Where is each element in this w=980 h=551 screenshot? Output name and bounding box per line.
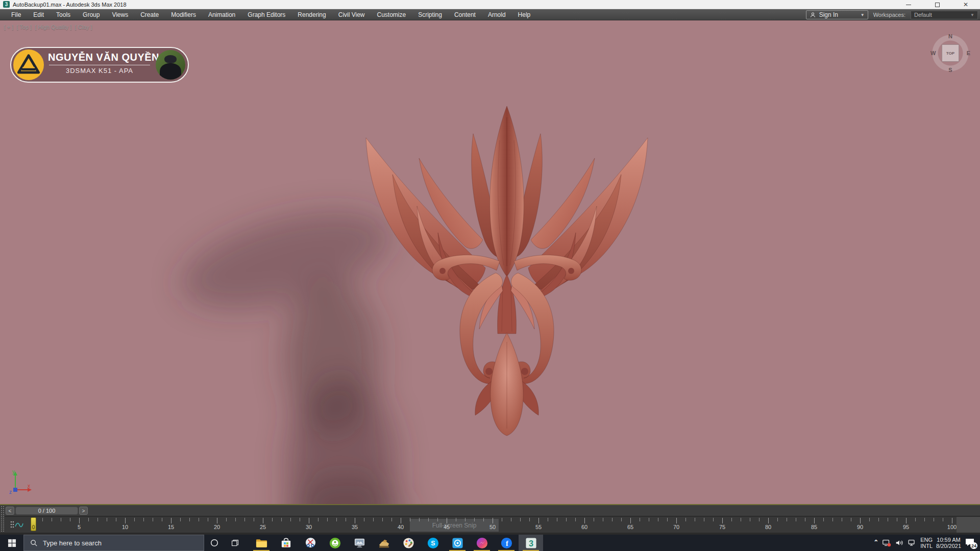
- timeline-grip-handle[interactable]: [0, 505, 5, 533]
- taskbar-search-input[interactable]: Type here to search: [23, 535, 204, 551]
- ruler-tick: [143, 518, 144, 521]
- action-center-button[interactable]: 24: [965, 538, 976, 548]
- menu-item-group[interactable]: Group: [77, 9, 106, 20]
- ruler-tick: [814, 518, 815, 523]
- ruler-tick: [768, 518, 769, 523]
- menu-item-customize[interactable]: Customize: [371, 9, 412, 20]
- ruler-tick: [226, 518, 227, 521]
- ornament-3d-model[interactable]: [355, 97, 661, 439]
- viewcube-west[interactable]: W: [930, 50, 936, 56]
- taskbar-app-microsoft-store[interactable]: [274, 535, 298, 551]
- taskbar-app-snipping-tool[interactable]: [298, 535, 323, 551]
- menu-item-help[interactable]: Help: [512, 9, 537, 20]
- world-axis-gizmo: y x z: [8, 468, 33, 495]
- badge-text: NGUYỄN VĂN QUYỀN 3DSMAX K51 - APA: [48, 52, 151, 74]
- menu-item-views[interactable]: Views: [106, 9, 134, 20]
- clock-time: 10:59 AM: [936, 537, 961, 543]
- menu-item-civil-view[interactable]: Civil View: [332, 9, 371, 20]
- menu-item-create[interactable]: Create: [134, 9, 165, 20]
- ruler-tick: [897, 518, 897, 521]
- taskbar-app-carving-tool[interactable]: [372, 535, 396, 551]
- taskbar-app-capture-app[interactable]: [445, 535, 470, 551]
- task-view-button[interactable]: [225, 535, 245, 551]
- ruler-tick: [667, 518, 668, 521]
- 3dsmax-window: 3 AutoBackup01.max - Autodesk 3ds Max 20…: [0, 0, 980, 551]
- next-frame-button[interactable]: >: [79, 507, 88, 515]
- menu-item-scripting[interactable]: Scripting: [412, 9, 448, 20]
- viewport-top[interactable]: [ + ][ Top ][ High Quality ][ Clay ] NGU…: [0, 20, 980, 504]
- menu-item-edit[interactable]: Edit: [27, 9, 50, 20]
- show-hidden-icons-button[interactable]: ⌃: [873, 539, 878, 546]
- time-slider[interactable]: 0: [31, 517, 36, 531]
- close-button[interactable]: ✕: [951, 0, 980, 9]
- menu-item-rendering[interactable]: Rendering: [291, 9, 332, 20]
- taskbar-app-paint-app[interactable]: [396, 535, 421, 551]
- viewcube[interactable]: N E S W TOP: [931, 34, 970, 72]
- ruler-tick: [401, 518, 401, 523]
- network-tray-icon[interactable]: [908, 538, 917, 547]
- taskbar-app-coccoc-browser[interactable]: [323, 535, 347, 551]
- viewport-menu-general[interactable]: [ + ]: [4, 24, 14, 30]
- start-button[interactable]: [0, 535, 23, 551]
- sign-in-label: Sign In: [819, 11, 838, 18]
- ruler-tick: [612, 518, 612, 521]
- menu-item-file[interactable]: File: [5, 9, 27, 20]
- minimize-button[interactable]: [894, 0, 923, 9]
- clock[interactable]: 10:59 AM 8/20/2021: [936, 537, 961, 549]
- badge-author-name: NGUYỄN VĂN QUYỀN: [48, 52, 151, 63]
- screen-share-tray-icon[interactable]: [882, 538, 891, 547]
- menu-item-content[interactable]: Content: [448, 9, 482, 20]
- ruler-tick: [603, 518, 603, 521]
- viewcube-top-face[interactable]: TOP: [942, 44, 959, 62]
- menu-item-tools[interactable]: Tools: [50, 9, 77, 20]
- ruler-tick-label: 80: [761, 524, 776, 530]
- viewcube-south[interactable]: S: [948, 67, 952, 73]
- axis-y-label: y: [12, 469, 15, 474]
- ruler-tick: [869, 518, 870, 521]
- language-indicator[interactable]: ENG INTL: [920, 537, 933, 549]
- ruler-tick: [272, 518, 273, 521]
- menu-item-modifiers[interactable]: Modifiers: [165, 9, 202, 20]
- taskbar-app-messenger[interactable]: [470, 535, 494, 551]
- ruler-tick: [722, 518, 723, 523]
- viewport-menu-shading[interactable]: [ Clay ]: [75, 24, 92, 30]
- ruler-tick-label: 55: [531, 524, 546, 530]
- ruler-tick: [658, 518, 658, 521]
- sign-in-button[interactable]: Sign In ▼: [806, 10, 868, 19]
- taskbar-app-3ds-max[interactable]: 3: [519, 535, 543, 551]
- restore-button[interactable]: [923, 0, 951, 9]
- ruler-tick: [860, 518, 861, 523]
- viewport-menu-pov[interactable]: [ Top ]: [17, 24, 32, 30]
- volume-tray-icon[interactable]: [895, 538, 904, 547]
- previous-frame-button[interactable]: <: [6, 507, 14, 515]
- ruler-tick: [235, 518, 236, 521]
- taskbar-app-photo-viewer[interactable]: [347, 535, 372, 551]
- taskbar-apps: Sf3: [249, 535, 543, 551]
- ruler-tick: [538, 518, 539, 523]
- taskbar-app-facebook[interactable]: f: [494, 535, 519, 551]
- ruler-tick: [263, 518, 263, 523]
- ruler-tick: [851, 518, 851, 521]
- viewcube-east[interactable]: E: [967, 50, 970, 56]
- ruler-tick: [924, 518, 925, 521]
- viewport-menu-quality[interactable]: [ High Quality ]: [35, 24, 71, 30]
- ruler-tick: [42, 518, 43, 521]
- ruler-tick-label: 75: [715, 524, 730, 530]
- taskbar-app-skype[interactable]: S: [421, 535, 445, 551]
- menu-item-animation[interactable]: Animation: [202, 9, 241, 20]
- windows-logo-icon: [8, 539, 16, 547]
- ruler-tick-label: 95: [898, 524, 914, 530]
- workspace-dropdown[interactable]: Default ▼: [911, 11, 978, 19]
- frame-counter-field[interactable]: 0 / 100: [15, 507, 78, 515]
- menu-item-graph-editors[interactable]: Graph Editors: [241, 9, 291, 20]
- badge-divider: [49, 65, 150, 65]
- ruler-tick-label: 40: [393, 524, 408, 530]
- cortana-button[interactable]: [204, 535, 225, 551]
- capture-app-icon: [451, 537, 464, 549]
- taskbar-app-file-explorer[interactable]: [249, 535, 274, 551]
- menu-item-arnold[interactable]: Arnold: [482, 9, 512, 20]
- ruler-tick-label: 20: [209, 524, 225, 530]
- ruler-tick: [713, 518, 714, 521]
- viewcube-north[interactable]: N: [948, 33, 952, 39]
- chevron-down-icon[interactable]: ▼: [861, 13, 865, 17]
